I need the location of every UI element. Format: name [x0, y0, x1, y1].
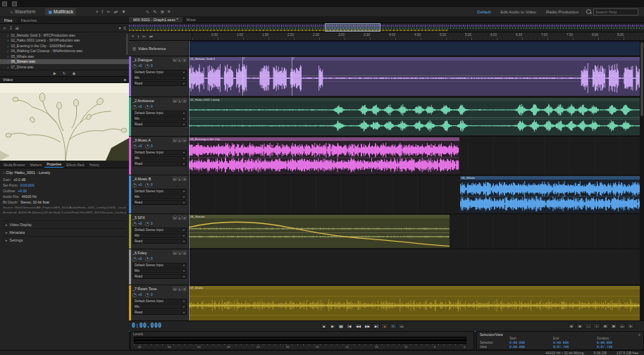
record-button[interactable]: ●	[381, 323, 388, 329]
timeline-ruler[interactable]: 0:301:001:302:002:303:003:304:004:305:00…	[192, 32, 644, 40]
output-select[interactable]: Mix▾	[132, 304, 187, 310]
track-name[interactable]: _3 Music A	[132, 138, 173, 142]
workspace-default[interactable]: Default	[477, 10, 490, 14]
tab-favorites[interactable]: Favorites	[17, 18, 42, 23]
input-select[interactable]: Default Stereo Input▾	[132, 111, 187, 116]
pan-knob[interactable]	[145, 64, 149, 68]
audio-clip[interactable]: 06_Stream	[189, 215, 450, 248]
menu-tool-icon[interactable]: ≡	[168, 9, 171, 15]
vertical-scrollbar[interactable]	[640, 41, 644, 323]
track-4-lane[interactable]: 05_Whale	[189, 175, 644, 213]
multitrack-view-button[interactable]: ▦ Multitrack	[45, 8, 75, 15]
track-name[interactable]: _7 Room Tone	[132, 287, 173, 291]
audio-clip[interactable]: 05_Whale	[460, 176, 644, 213]
track-name[interactable]: _4 Music B	[132, 177, 173, 181]
input-select[interactable]: Default Stereo Input▾	[132, 150, 187, 156]
track-3-lane[interactable]: 03_Evening in the City	[189, 137, 644, 175]
file-row[interactable]: ♪01_Melodic Gold 3 - MTCProduction.wav	[0, 32, 129, 38]
automation-mode-select[interactable]: Read▾	[132, 122, 187, 127]
filter-icon[interactable]: ▾	[118, 25, 120, 30]
mute-button[interactable]: M	[173, 138, 177, 142]
section-settings[interactable]: ▸Settings	[3, 236, 126, 244]
arm-button[interactable]: R	[182, 99, 187, 103]
track-name[interactable]: _1 Dialogue	[132, 58, 173, 62]
mute-button[interactable]: M	[173, 251, 177, 255]
time-selection-tool-icon[interactable]: I	[102, 9, 104, 15]
tab-effects-rack[interactable]: Effects Rack	[64, 163, 87, 168]
solo-button[interactable]: S	[178, 216, 182, 220]
output-select[interactable]: Mix▾	[132, 156, 187, 161]
file-row[interactable]: ♪05_Whale.wav	[0, 54, 129, 59]
file-row[interactable]: ♪04_Walking Cat Closeup - WildAmbience.w…	[0, 49, 129, 54]
automation-mode-select[interactable]: Read▾	[132, 274, 187, 280]
file-row[interactable]: ♪07_Drone.wav	[0, 64, 129, 70]
timeline-navigator[interactable]	[129, 23, 644, 32]
zoom-in-button[interactable]: ⊕	[576, 323, 583, 329]
zoom-vertical-button[interactable]: ↕	[593, 323, 600, 329]
navigator-view-box[interactable]	[325, 23, 380, 32]
volume-knob[interactable]	[132, 183, 137, 187]
rewind-button[interactable]: ◀◀	[354, 323, 362, 329]
new-item-icon[interactable]: ⊞	[16, 25, 19, 30]
vertical-scrollbar-thumb[interactable]	[640, 42, 643, 116]
mixer-tab[interactable]: Mixer	[182, 17, 200, 23]
view-mode-button[interactable]: ▭	[619, 323, 626, 329]
track-6-lane[interactable]	[189, 249, 644, 285]
audio-clip[interactable]: 01_Melodic Gold 312	[189, 57, 644, 96]
tab-files[interactable]: Files	[0, 18, 17, 23]
video-track-lane[interactable]	[189, 41, 644, 56]
audio-clip[interactable]: 03_Evening in the City	[189, 137, 459, 174]
workspace-radio-production[interactable]: Radio Production	[546, 10, 578, 14]
solo-button[interactable]: S	[178, 177, 182, 181]
preview-play-icon[interactable]: ▶	[54, 71, 56, 75]
property-value[interactable]: 0:00.000	[20, 183, 34, 187]
pause-button[interactable]: ▮▮	[338, 323, 345, 329]
zoom-selection-button[interactable]: ⊟	[602, 323, 609, 329]
file-list-scrollbar[interactable]	[126, 34, 128, 55]
solo-button[interactable]: S	[178, 287, 182, 291]
input-select[interactable]: Default Stereo Input▾	[132, 189, 187, 194]
mute-button[interactable]: M	[173, 177, 177, 181]
move-tool-icon[interactable]: ⌖	[96, 9, 99, 15]
arm-button[interactable]: R	[182, 177, 187, 181]
volume-knob[interactable]	[132, 64, 137, 68]
mute-button[interactable]: M	[173, 287, 177, 291]
razor-tool-icon[interactable]: ✂	[142, 34, 146, 39]
track-1-lane[interactable]: 01_Melodic Gold 312	[189, 56, 644, 96]
open-file-icon[interactable]: ▱	[3, 25, 6, 30]
import-file-icon[interactable]: ↧	[9, 25, 13, 30]
workspace-edit-audio-to-video[interactable]: Edit Audio to Video	[500, 10, 536, 14]
preview-autoplay-icon[interactable]: ◉	[73, 71, 76, 75]
output-select[interactable]: Mix▾	[132, 233, 187, 239]
volume-knob[interactable]	[132, 105, 137, 109]
pan-knob[interactable]	[145, 105, 149, 109]
selection-view-menu-icon[interactable]: ≡	[638, 332, 640, 337]
fast-forward-button[interactable]: ▶▶	[364, 323, 371, 329]
track-name[interactable]: _2 Ambience	[132, 99, 173, 103]
tab-history[interactable]: History	[87, 163, 101, 168]
track-name[interactable]: _5 SFX	[132, 216, 173, 220]
output-select[interactable]: Mix▾	[132, 268, 187, 274]
zoom-out-full-button[interactable]: ↔	[585, 323, 592, 329]
pencil-tool-icon[interactable]: ✎	[153, 9, 156, 15]
audio-clip[interactable]: 07_Drone	[189, 286, 644, 321]
track-name[interactable]: _6 Foley	[132, 251, 173, 255]
skip-selection-button[interactable]: ▭	[398, 323, 405, 329]
snap-tool-icon[interactable]: ∿	[146, 9, 149, 15]
track-7-lane[interactable]: 07_Drone	[189, 285, 644, 322]
pan-knob[interactable]	[145, 144, 149, 149]
video-track-header[interactable]: ▤ Video Reference	[129, 41, 189, 56]
mute-button[interactable]: M	[173, 216, 177, 220]
arm-button[interactable]: R	[182, 216, 187, 220]
input-select[interactable]: Default Stereo Input▾	[132, 228, 187, 233]
loop-playback-button[interactable]: ↻	[390, 323, 397, 329]
automation-mode-select[interactable]: Read▾	[132, 310, 187, 316]
pan-knob[interactable]	[145, 257, 149, 261]
zoom-tool-icon[interactable]: ⊕	[161, 9, 164, 15]
volume-knob[interactable]	[132, 257, 137, 261]
window-menu-icon[interactable]	[12, 1, 17, 6]
mute-button[interactable]: M	[173, 58, 177, 62]
files-panel-menu-icon[interactable]: ≡	[123, 26, 126, 30]
stop-button[interactable]: ■	[321, 323, 328, 329]
volume-knob[interactable]	[132, 222, 137, 226]
